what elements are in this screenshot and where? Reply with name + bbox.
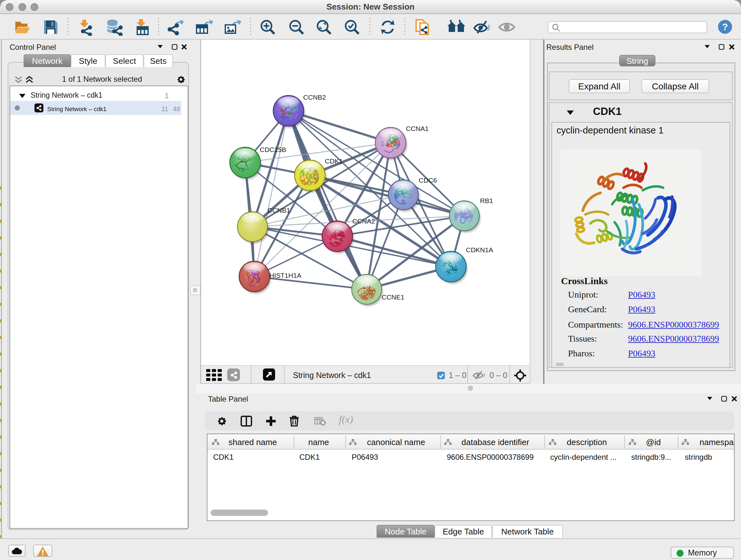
svg-text:CCNB2: CCNB2 — [303, 94, 326, 101]
svg-text:CCNB1: CCNB1 — [267, 206, 290, 214]
svg-text:CCNA1: CCNA1 — [406, 125, 428, 132]
svg-text:HIST1H1A: HIST1H1A — [269, 272, 301, 279]
svg-text:RB1: RB1 — [480, 197, 493, 204]
svg-text:CDK1: CDK1 — [325, 158, 343, 165]
svg-text:CDKN1A: CDKN1A — [466, 246, 493, 253]
svg-text:CDC25B: CDC25B — [260, 146, 286, 153]
svg-text:CDC6: CDC6 — [419, 177, 437, 184]
svg-text:CCNE1: CCNE1 — [382, 294, 404, 301]
svg-text:CCNA2: CCNA2 — [352, 217, 375, 225]
